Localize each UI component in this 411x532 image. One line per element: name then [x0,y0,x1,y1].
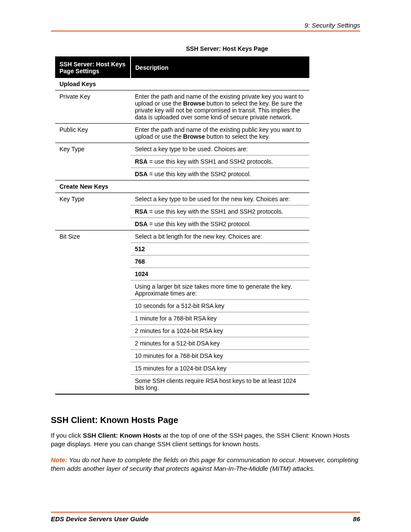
row-desc: Enter the path and name of the existing … [131,90,309,124]
row-desc: 1024 [131,268,309,280]
row-desc: 768 [131,255,309,268]
row-desc: DSA = use this key with the SSH2 protoco… [131,168,309,180]
table-caption: SSH Server: Host Keys Page [51,45,360,52]
breadcrumb: 9: Security Settings [51,22,360,29]
page-header: 9: Security Settings [51,22,360,31]
row-desc: RSA = use this key with the SSH1 and SSH… [131,205,309,218]
row-label: Key Type [55,143,131,156]
host-keys-table: SSH Server: Host Keys Page Settings Desc… [55,56,309,395]
row-desc: 2 minutes for a 512-bit DSA key [131,337,309,350]
table-header-settings: SSH Server: Host Keys Page Settings [55,57,131,78]
row-desc: Select a key type to be used. Choices ar… [131,143,309,156]
page-footer: EDS Device Servers User Guide 86 [51,512,360,523]
row-desc: 10 seconds for a 512-bit RSA key [131,300,309,312]
note-label: Note: [51,456,67,464]
section-create-new-keys: Create New Keys [55,180,309,193]
row-desc: 512 [131,243,309,255]
page-number: 86 [353,515,360,523]
row-desc: Select a bit length for the new key. Cho… [131,230,309,243]
row-desc: 15 minutes for a 1024-bit DSA key [131,362,309,375]
row-label: Public Key [55,124,131,143]
row-desc: Some SSH clients require RSA host keys t… [131,375,309,395]
row-desc: Enter the path and name of the existing … [131,124,309,143]
row-desc: RSA = use this key with SSH1 and SSH2 pr… [131,156,309,168]
note-paragraph: Note: You do not have to complete the fi… [51,456,360,473]
footer-title: EDS Device Servers User Guide [51,515,149,523]
section-upload-keys: Upload Keys [55,78,309,90]
row-label: Private Key [55,90,131,124]
row-desc: DSA = use this key with the SSH2 protoco… [131,218,309,230]
body-paragraph: If you click SSH Client: Known Hosts at … [51,431,360,449]
row-desc: 2 minutes for a 1024-bit RSA key [131,325,309,337]
row-desc: Using a larger bit size takes more time … [131,280,309,300]
section-heading: SSH Client: Known Hosts Page [51,415,360,425]
row-desc: Select a key type to be used for the new… [131,193,309,205]
row-label: Key Type [55,193,131,205]
row-desc: 1 minute for a 768-bit RSA key [131,312,309,325]
row-label: Bit Size [55,230,131,243]
table-header-description: Description [131,57,309,78]
row-desc: 10 minutes for a 768-bit DSA key [131,350,309,362]
